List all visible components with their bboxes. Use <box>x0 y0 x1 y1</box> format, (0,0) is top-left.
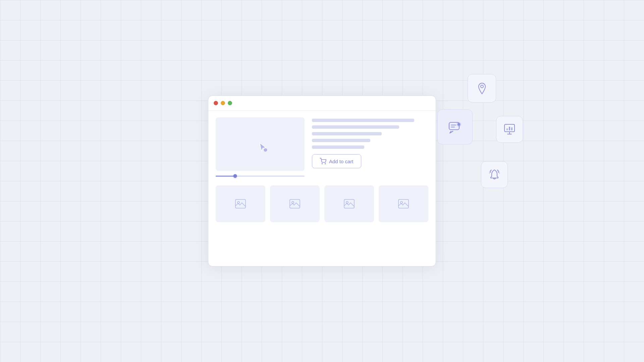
cursor-icon <box>258 142 268 152</box>
svg-rect-7 <box>344 199 354 208</box>
location-icon <box>475 82 489 95</box>
product-desc-line-3 <box>312 139 370 142</box>
thumbnail-grid <box>216 185 428 222</box>
svg-point-16 <box>481 85 483 88</box>
product-title-line <box>312 119 414 122</box>
svg-point-6 <box>292 201 294 203</box>
browser-window: Add to cart <box>208 96 436 266</box>
thumbnail-1[interactable] <box>216 185 265 222</box>
window-maximize-dot[interactable] <box>228 101 232 105</box>
chat-notification-card[interactable] <box>437 109 473 144</box>
thumbnail-3[interactable] <box>324 185 374 222</box>
window-minimize-dot[interactable] <box>221 101 225 105</box>
product-image-section <box>216 117 305 179</box>
svg-point-4 <box>237 201 239 203</box>
svg-rect-3 <box>235 199 246 208</box>
presentation-chart-card[interactable] <box>496 116 523 143</box>
svg-rect-9 <box>398 199 409 208</box>
product-desc-line-1 <box>312 125 399 129</box>
add-to-cart-button[interactable]: Add to cart <box>312 154 361 168</box>
svg-point-2 <box>325 164 326 164</box>
product-slider[interactable] <box>216 174 305 178</box>
svg-rect-18 <box>506 128 508 130</box>
svg-point-10 <box>400 201 402 203</box>
svg-point-1 <box>322 164 323 164</box>
thumbnail-2[interactable] <box>270 185 320 222</box>
product-desc-line-2 <box>312 132 382 135</box>
image-placeholder-icon-2 <box>289 199 300 208</box>
bell-card[interactable] <box>481 161 508 188</box>
window-close-dot[interactable] <box>214 101 218 105</box>
browser-titlebar <box>208 96 436 111</box>
svg-point-0 <box>264 148 267 152</box>
svg-rect-5 <box>290 199 300 208</box>
product-info: Add to cart <box>312 117 428 179</box>
browser-content: Add to cart <box>208 111 436 229</box>
svg-point-13 <box>458 123 460 126</box>
image-placeholder-icon-3 <box>344 199 355 208</box>
product-price-line <box>312 145 364 149</box>
cart-icon <box>320 158 326 165</box>
image-placeholder-icon-4 <box>398 199 409 208</box>
location-card[interactable] <box>468 74 496 103</box>
image-placeholder-icon-1 <box>235 199 246 208</box>
add-to-cart-label: Add to cart <box>329 159 354 164</box>
svg-rect-20 <box>511 127 513 130</box>
product-image-placeholder <box>216 117 305 171</box>
chat-notification-icon <box>446 118 464 136</box>
product-row: Add to cart <box>216 117 428 179</box>
svg-rect-19 <box>509 127 510 130</box>
svg-point-8 <box>346 201 348 203</box>
presentation-chart-icon <box>503 123 516 136</box>
bell-icon <box>488 168 501 181</box>
thumbnail-4[interactable] <box>379 185 428 222</box>
